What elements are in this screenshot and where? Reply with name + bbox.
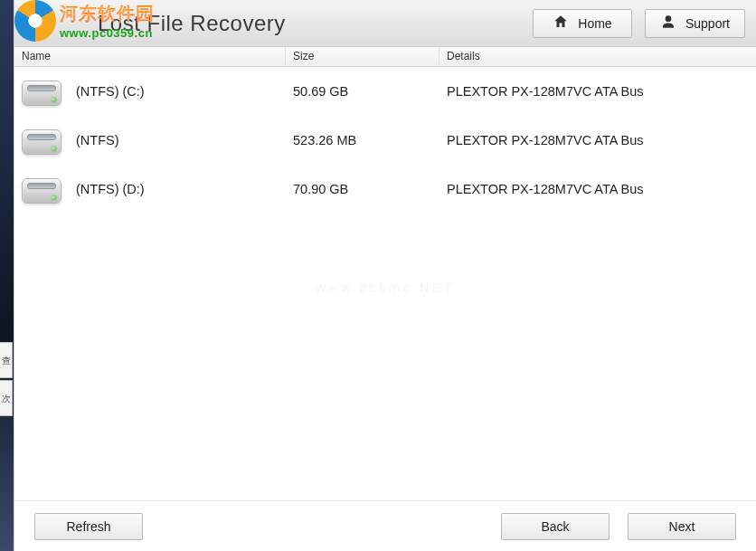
drive-row[interactable]: (NTFS) (D:) 70.90 GB PLEXTOR PX-128M7VC … bbox=[14, 165, 756, 214]
page-title: Lost File Recovery bbox=[98, 11, 286, 36]
drive-size: 523.26 MB bbox=[286, 133, 439, 147]
desktop-left-strip: 查 次 bbox=[0, 0, 14, 551]
app-shell: 查 次 河东软件园 www.pc0359.cn Lost File Recove… bbox=[0, 0, 756, 551]
refresh-button[interactable]: Refresh bbox=[34, 513, 143, 540]
home-button-label: Home bbox=[578, 16, 611, 31]
drive-name: (NTFS) (C:) bbox=[76, 84, 145, 99]
column-headers: Name Size Details bbox=[14, 47, 756, 67]
bg-tab-1: 查 bbox=[0, 342, 13, 378]
app-window: 河东软件园 www.pc0359.cn Lost File Recovery H… bbox=[14, 0, 756, 551]
next-button[interactable]: Next bbox=[628, 513, 736, 540]
header-bar: Lost File Recovery Home Support bbox=[14, 0, 756, 47]
drive-details: PLEXTOR PX-128M7VC ATA Bus bbox=[439, 84, 756, 99]
drive-row[interactable]: (NTFS) 523.26 MB PLEXTOR PX-128M7VC ATA … bbox=[14, 116, 756, 165]
footer-bar: Refresh Back Next bbox=[14, 500, 756, 551]
faint-watermark: www.pc6me.NET bbox=[316, 280, 455, 295]
drive-list: (NTFS) (C:) 50.69 GB PLEXTOR PX-128M7VC … bbox=[14, 67, 756, 500]
drive-details: PLEXTOR PX-128M7VC ATA Bus bbox=[439, 133, 756, 147]
drive-name: (NTFS) (D:) bbox=[76, 182, 145, 196]
support-button[interactable]: Support bbox=[645, 9, 745, 38]
drive-details: PLEXTOR PX-128M7VC ATA Bus bbox=[439, 182, 756, 196]
drive-icon bbox=[20, 124, 63, 157]
drive-icon bbox=[20, 75, 63, 108]
col-name[interactable]: Name bbox=[14, 47, 286, 66]
home-button[interactable]: Home bbox=[533, 9, 632, 38]
drive-icon bbox=[20, 173, 63, 205]
drive-size: 70.90 GB bbox=[286, 182, 439, 196]
user-icon bbox=[660, 14, 676, 33]
drive-name: (NTFS) bbox=[76, 133, 119, 147]
drive-size: 50.69 GB bbox=[286, 84, 439, 99]
bg-tab-2: 次 bbox=[0, 380, 13, 416]
drive-row[interactable]: (NTFS) (C:) 50.69 GB PLEXTOR PX-128M7VC … bbox=[14, 67, 756, 116]
back-button[interactable]: Back bbox=[501, 513, 610, 540]
col-size[interactable]: Size bbox=[286, 47, 439, 66]
support-button-label: Support bbox=[685, 16, 730, 31]
col-details[interactable]: Details bbox=[439, 47, 756, 66]
home-icon bbox=[553, 14, 569, 33]
